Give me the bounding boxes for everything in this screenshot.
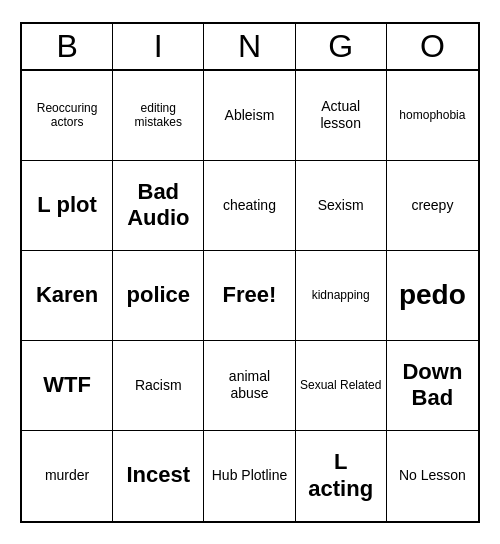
bingo-cell-12: Free! [204,251,295,341]
bingo-cell-24: No Lesson [387,431,478,521]
bingo-cell-21: Incest [113,431,204,521]
bingo-cell-16: Racism [113,341,204,431]
bingo-cell-20: murder [22,431,113,521]
header-letter-g: G [296,24,387,69]
bingo-cell-3: Actual lesson [296,71,387,161]
bingo-cell-22: Hub Plotline [204,431,295,521]
bingo-cell-13: kidnapping [296,251,387,341]
header-letter-i: I [113,24,204,69]
bingo-cell-5: L plot [22,161,113,251]
bingo-cell-18: Sexual Related [296,341,387,431]
bingo-cell-10: Karen [22,251,113,341]
bingo-cell-15: WTF [22,341,113,431]
header-letter-b: B [22,24,113,69]
bingo-card: BINGO Reoccuring actorsediting mistakesA… [20,22,480,523]
bingo-cell-14: pedo [387,251,478,341]
bingo-cell-23: L acting [296,431,387,521]
bingo-cell-4: homophobia [387,71,478,161]
bingo-cell-1: editing mistakes [113,71,204,161]
bingo-grid: Reoccuring actorsediting mistakesAbleism… [22,71,478,521]
bingo-cell-2: Ableism [204,71,295,161]
header-letter-o: O [387,24,478,69]
bingo-cell-8: Sexism [296,161,387,251]
bingo-cell-6: Bad Audio [113,161,204,251]
bingo-cell-19: Down Bad [387,341,478,431]
header-letter-n: N [204,24,295,69]
bingo-cell-11: police [113,251,204,341]
bingo-cell-7: cheating [204,161,295,251]
bingo-cell-17: animal abuse [204,341,295,431]
bingo-cell-9: creepy [387,161,478,251]
bingo-cell-0: Reoccuring actors [22,71,113,161]
bingo-header: BINGO [22,24,478,71]
